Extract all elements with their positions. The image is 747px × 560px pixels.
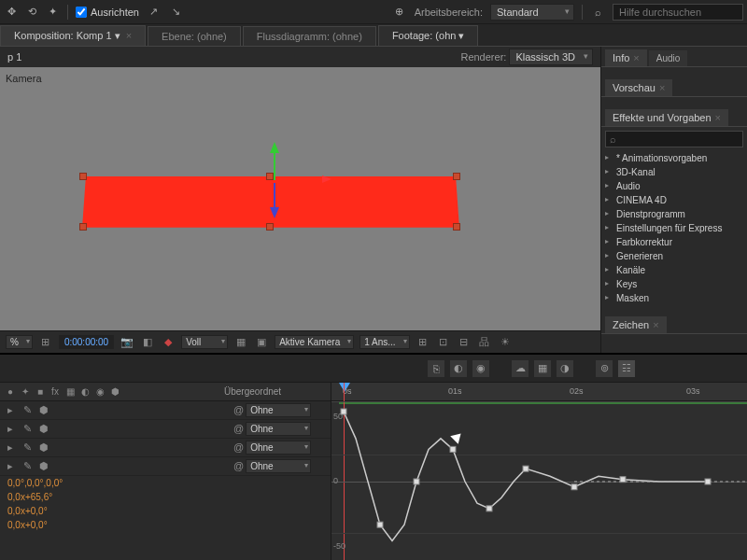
effect-category[interactable]: Generieren <box>605 249 743 263</box>
eye-icon[interactable]: ● <box>4 385 17 399</box>
quality-icon[interactable]: ◐ <box>78 385 92 399</box>
anchor-tool-icon[interactable]: ✦ <box>45 5 60 20</box>
frame-blend-icon[interactable]: ◐ <box>450 360 467 377</box>
effects-search-input[interactable] <box>605 131 743 147</box>
grid-icon[interactable]: ⊞ <box>416 335 430 350</box>
effect-category[interactable]: Keys <box>605 277 743 291</box>
views-dropdown[interactable]: 1 Ans... <box>359 335 409 349</box>
property-value[interactable]: 0,0x+0,0° <box>0 518 331 532</box>
snap-icon[interactable]: ↗ <box>147 5 162 20</box>
tab-info[interactable]: Info× <box>605 49 647 66</box>
handle[interactable] <box>453 173 460 180</box>
handle[interactable] <box>266 223 274 231</box>
renderer-label: Renderer: <box>460 51 506 63</box>
tab-composition[interactable]: Komposition: Komp 1 ▾× <box>0 25 146 46</box>
graph-type-icon[interactable]: ☷ <box>618 360 635 377</box>
snap2-icon[interactable]: ↘ <box>169 5 184 20</box>
pen-icon[interactable]: ✎ <box>21 404 34 416</box>
chevron-down-icon: ▾ <box>115 30 120 41</box>
effect-category[interactable]: Audio <box>605 179 743 193</box>
safe-icon[interactable]: 品 <box>477 335 492 350</box>
exposure-icon[interactable]: ☀ <box>498 335 513 350</box>
effect-category[interactable]: Masken <box>605 291 743 305</box>
handle[interactable] <box>453 223 460 231</box>
pickwhip-icon[interactable]: @ <box>233 404 244 415</box>
transparency-icon[interactable]: ▦ <box>233 335 248 350</box>
draft-icon[interactable]: ◑ <box>557 360 573 377</box>
effect-category[interactable]: * Animationsvorgaben <box>605 151 743 165</box>
workspace-label: Arbeitsbereich: <box>415 7 483 18</box>
svg-rect-1 <box>377 522 383 527</box>
layer-row[interactable]: ▸✎⬢ @Ohne <box>0 420 331 439</box>
fx-icon[interactable]: fx <box>49 385 62 399</box>
solid-layer[interactable] <box>82 176 459 228</box>
collapse-icon[interactable]: ▦ <box>63 385 77 399</box>
resolution-icon[interactable]: ⊞ <box>38 335 53 350</box>
graph-editor-icon[interactable]: ⊚ <box>596 360 613 377</box>
move-tool-icon[interactable]: ✥ <box>4 5 19 20</box>
tab-layer[interactable]: Ebene: (ohne) <box>148 26 241 46</box>
property-value[interactable]: 0,0x+65,6° <box>0 490 331 504</box>
rotate-tool-icon[interactable]: ⟲ <box>24 5 39 20</box>
graph-editor[interactable]: 0s 01s 02s 03s 50° 0 -50 <box>331 383 747 560</box>
rgb-icon[interactable]: ◆ <box>161 335 176 350</box>
layer-row[interactable]: ▸✎⬢ @Ohne <box>0 439 331 457</box>
composition-canvas[interactable]: Kamera <box>0 67 600 330</box>
ruler-icon[interactable]: ⊟ <box>457 335 472 350</box>
value-graph[interactable]: 50° 0 -50 <box>331 401 747 560</box>
effect-category[interactable]: Farbkorrektur <box>605 235 743 249</box>
tab-draw[interactable]: Zeichen× <box>605 316 667 333</box>
brainstorm-icon[interactable]: ☁ <box>512 360 529 377</box>
tab-flowchart[interactable]: Flussdiagramm: (ohne) <box>243 26 376 46</box>
close-icon[interactable]: × <box>126 30 132 41</box>
handle[interactable] <box>266 173 274 180</box>
camera-label: Kamera <box>6 73 42 84</box>
property-value[interactable]: 0,0x+0,0° <box>0 504 331 518</box>
mask-icon[interactable]: ▣ <box>254 335 269 350</box>
right-panels: Info× Audio Vorschau× Effekte und Vorgab… <box>601 47 747 353</box>
workspace-dropdown[interactable]: Standard <box>490 4 574 21</box>
comp-name: p 1 <box>7 51 21 63</box>
layer-row[interactable]: ▸ ✎ ⬢ @Ohne <box>0 401 331 420</box>
cube-icon[interactable]: ⬢ <box>37 404 50 416</box>
grid-icon[interactable]: ▦ <box>534 360 551 377</box>
tab-preview[interactable]: Vorschau× <box>605 79 672 96</box>
effect-category[interactable]: Einstellungen für Express <box>605 221 743 235</box>
align-checkbox[interactable]: Ausrichten <box>76 7 139 18</box>
handle[interactable] <box>79 173 87 180</box>
effects-list: * Animationsvorgaben 3D-Kanal Audio CINE… <box>601 151 747 305</box>
twirl-icon[interactable]: ▸ <box>4 404 17 416</box>
effect-category[interactable]: CINEMA 4D <box>605 193 743 207</box>
svg-rect-6 <box>571 484 577 490</box>
timeline-panel: ⎘ ◐ ◉ ☁ ▦ ◑ ⊚ ☷ ● ✦ ■ fx ▦ ◐ ◉ ⬢ Überg <box>0 353 747 560</box>
search-toggle-icon[interactable]: ⊕ <box>392 5 407 20</box>
time-ruler[interactable]: 0s 01s 02s 03s <box>331 383 747 401</box>
cube-icon[interactable]: ⬢ <box>108 385 121 399</box>
channel-icon[interactable]: ◧ <box>140 335 155 350</box>
shy-icon[interactable]: ⎘ <box>428 360 444 377</box>
effect-category[interactable]: Kanäle <box>605 263 743 277</box>
effect-category[interactable]: Dienstprogramm <box>605 207 743 221</box>
property-value[interactable]: 0,0°,0,0°,0,0° <box>0 476 331 490</box>
parent-dropdown[interactable]: Ohne <box>246 403 311 417</box>
resolution-dropdown[interactable]: Voll <box>181 335 228 349</box>
zoom-dropdown[interactable]: % <box>6 335 33 349</box>
timecode[interactable]: 0:00:00:00 <box>59 335 114 349</box>
3d-icon[interactable]: ◉ <box>93 385 106 399</box>
svg-rect-2 <box>414 479 419 484</box>
x-axis-icon[interactable] <box>322 175 331 183</box>
handle[interactable] <box>79 223 87 231</box>
layer-row[interactable]: ▸✎⬢ @Ohne <box>0 457 331 476</box>
snapshot-icon[interactable]: 📷 <box>120 335 134 350</box>
help-search-input[interactable] <box>613 4 743 21</box>
lock-icon[interactable]: ■ <box>34 385 47 399</box>
tab-audio[interactable]: Audio <box>649 50 688 66</box>
effect-category[interactable]: 3D-Kanal <box>605 165 743 179</box>
solo-icon[interactable]: ✦ <box>19 385 32 399</box>
guides-icon[interactable]: ⊡ <box>436 335 451 350</box>
renderer-dropdown[interactable]: Klassisch 3D <box>509 49 593 65</box>
camera-dropdown[interactable]: Aktive Kamera <box>275 335 354 349</box>
tab-effects[interactable]: Effekte und Vorgaben× <box>605 109 728 126</box>
tab-footage[interactable]: Footage: (ohn ▾ <box>378 25 479 46</box>
motion-blur-icon[interactable]: ◉ <box>472 360 489 377</box>
